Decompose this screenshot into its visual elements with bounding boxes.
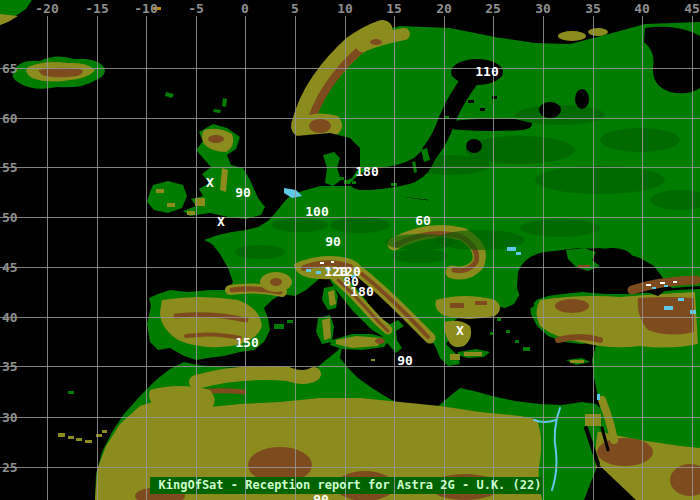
longitude-tick-label: 30 xyxy=(527,1,559,16)
map-caption: KingOfSat - Reception report for Astra 2… xyxy=(0,478,700,492)
longitude-gridline xyxy=(444,16,445,500)
reception-value-label: 180 xyxy=(345,164,389,178)
satellite-reception-map: KingOfSat - Reception report for Astra 2… xyxy=(0,0,700,500)
latitude-tick-label: 30 xyxy=(2,410,18,424)
reception-value-label: 150 xyxy=(225,335,269,349)
latitude-gridline xyxy=(0,467,700,468)
longitude-tick-label: 45 xyxy=(676,1,700,16)
longitude-tick-label: 40 xyxy=(626,1,658,16)
reception-value-label: 100 xyxy=(295,204,339,218)
latitude-gridline xyxy=(0,417,700,418)
longitude-gridline xyxy=(196,16,197,500)
no-reception-mark: X xyxy=(199,214,243,228)
longitude-tick-label: -10 xyxy=(130,1,162,16)
longitude-tick-label: 5 xyxy=(279,1,311,16)
reception-value-label: 60 xyxy=(401,213,445,227)
longitude-tick-label: 10 xyxy=(329,1,361,16)
reception-value-label: 90 xyxy=(383,353,427,367)
no-reception-mark: X xyxy=(438,323,482,337)
latitude-tick-label: 40 xyxy=(2,310,18,324)
longitude-gridline xyxy=(97,16,98,500)
longitude-gridline xyxy=(345,16,346,500)
longitude-gridline xyxy=(493,16,494,500)
longitude-gridline xyxy=(295,16,296,500)
longitude-tick-label: 0 xyxy=(229,1,261,16)
longitude-gridline xyxy=(146,16,147,500)
latitude-tick-label: 35 xyxy=(2,359,18,373)
longitude-tick-label: -20 xyxy=(31,1,63,16)
latitude-gridline xyxy=(0,366,700,367)
longitude-gridline xyxy=(245,16,246,500)
longitude-gridline xyxy=(593,16,594,500)
latitude-gridline xyxy=(0,68,700,69)
longitude-tick-label: 20 xyxy=(428,1,460,16)
reception-value-label: 110 xyxy=(465,64,509,78)
latitude-tick-label: 55 xyxy=(2,160,18,174)
longitude-gridline xyxy=(692,16,693,500)
latitude-tick-label: 60 xyxy=(2,111,18,125)
longitude-tick-label: 35 xyxy=(577,1,609,16)
latitude-gridline xyxy=(0,118,700,119)
longitude-tick-label: 25 xyxy=(477,1,509,16)
latitude-gridline xyxy=(0,317,700,318)
europe-terrain-map xyxy=(0,0,700,500)
longitude-tick-label: -5 xyxy=(180,1,212,16)
latitude-tick-label: 45 xyxy=(2,260,18,274)
latitude-tick-label: 25 xyxy=(2,460,18,474)
reception-value-label: 90 xyxy=(299,492,343,500)
longitude-tick-label: -15 xyxy=(81,1,113,16)
reception-value-label: 180 xyxy=(340,284,384,298)
reception-value-label: 90 xyxy=(311,234,355,248)
longitude-gridline xyxy=(47,16,48,500)
longitude-tick-label: 15 xyxy=(378,1,410,16)
latitude-tick-label: 50 xyxy=(2,210,18,224)
longitude-gridline xyxy=(543,16,544,500)
latitude-gridline xyxy=(0,217,700,218)
reception-value-label: 90 xyxy=(221,185,265,199)
latitude-tick-label: 65 xyxy=(2,61,18,75)
longitude-gridline xyxy=(642,16,643,500)
longitude-gridline xyxy=(394,16,395,500)
